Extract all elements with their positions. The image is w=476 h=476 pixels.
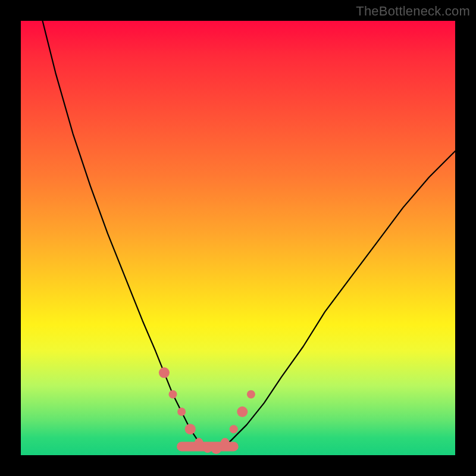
chart-frame: TheBottleneck.com	[0, 0, 476, 476]
marker-point	[169, 390, 177, 399]
gradient-plot-area	[21, 21, 455, 455]
marker-point	[177, 408, 186, 416]
marker-point	[195, 438, 203, 446]
marker-point	[211, 443, 222, 454]
marker-point	[185, 424, 196, 434]
marker-point	[221, 438, 229, 446]
watermark-text: TheBottleneck.com	[356, 4, 470, 19]
marker-point	[203, 444, 212, 453]
marker-point	[237, 406, 248, 417]
marker-point	[230, 425, 238, 433]
marker-point	[247, 390, 255, 399]
curve-markers	[159, 367, 255, 454]
marker-point	[159, 367, 170, 378]
bottleneck-curve	[43, 21, 456, 449]
curve-svg	[21, 21, 455, 455]
